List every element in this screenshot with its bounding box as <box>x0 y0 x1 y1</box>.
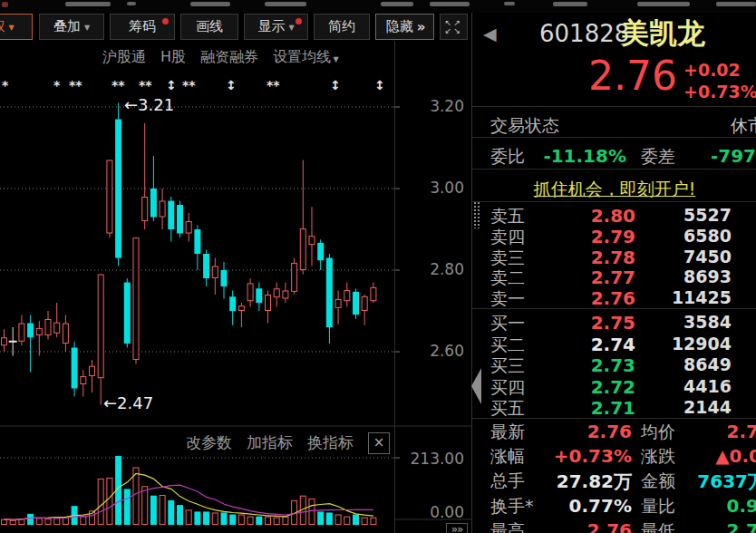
toolbar-button-6[interactable]: 隐藏» <box>375 14 434 40</box>
toolbar-button-label: 画线 <box>196 18 223 35</box>
candle-up <box>54 323 60 333</box>
stat-label: 最高 <box>490 519 525 533</box>
order-price: 2.73 <box>554 354 635 376</box>
chevron-down-icon: ▼ <box>288 24 294 32</box>
candle-down <box>353 292 359 315</box>
candle-up <box>266 296 271 311</box>
candle-down <box>115 120 121 258</box>
toolbar-button-4[interactable]: 显示▼ <box>244 14 308 40</box>
stat-value: 2.7 <box>632 421 756 442</box>
order-level-label: 买四 <box>490 376 525 400</box>
stat-value: +0.73% <box>523 445 632 467</box>
stat-label: 总手 <box>490 470 525 493</box>
sell-order-row-3[interactable]: 卖三2.787450 <box>472 247 756 267</box>
indicator-pane-button-1[interactable]: 加指标 <box>247 432 293 452</box>
open-account-ad-link[interactable]: 抓住机会，即刻开户! <box>472 178 756 201</box>
toolbar-button-label: 权 <box>0 18 5 35</box>
expand-button[interactable]: ↖↗↙↘ <box>440 14 468 40</box>
volume-bar <box>283 517 288 524</box>
buy-order-row-5[interactable]: 买五2.712144 <box>472 397 756 419</box>
stock-code: 601828 <box>539 20 629 47</box>
divider <box>472 106 756 107</box>
stat-label: 最新 <box>490 421 525 444</box>
sell-order-row-1[interactable]: 卖五2.805527 <box>472 205 756 226</box>
order-volume: 4416 <box>645 376 732 396</box>
candle-up <box>238 306 244 311</box>
toolbar-button-5[interactable]: 简约 <box>314 14 370 40</box>
panel-collapse-arrow-icon[interactable] <box>471 368 481 404</box>
order-price: 2.78 <box>554 247 635 268</box>
more-panes-icon[interactable]: »» <box>446 523 468 533</box>
candle-up <box>107 160 112 233</box>
volume-bar <box>317 511 324 525</box>
quote-panel: ◀ 601828 美凯龙 2.76 +0.02 +0.73% 交易状态 休市 委… <box>471 13 756 533</box>
clipped-menu-text-fragment <box>127 2 136 5</box>
order-price: 2.71 <box>554 397 635 419</box>
buy-order-row-3[interactable]: 买三2.738649 <box>472 354 756 376</box>
candle-up <box>63 324 68 344</box>
stat-value: 7637万 <box>639 470 756 494</box>
candle-up <box>160 201 165 217</box>
clipped-menu-text-fragment <box>430 2 470 6</box>
event-marker-icon: * <box>53 78 61 92</box>
buy-order-row-1[interactable]: 买一2.753584 <box>472 312 756 334</box>
candle-up <box>292 263 297 291</box>
toolbar-button-3[interactable]: 画线 <box>180 14 238 40</box>
stats-row-0: 最新2.76均价2.7 <box>472 421 756 445</box>
order-price: 2.77 <box>554 266 635 288</box>
volume-bar <box>98 479 103 524</box>
volume-bar <box>247 517 253 524</box>
stat-value: 2.76 <box>523 519 632 533</box>
volume-bar <box>27 514 34 525</box>
buy-order-row-4[interactable]: 买四2.724416 <box>472 376 756 398</box>
order-price: 2.72 <box>554 376 635 398</box>
sell-order-row-4[interactable]: 卖二2.778693 <box>472 266 756 287</box>
stats-row-1: 涨幅+0.73%涨跌▲0.0 <box>472 445 756 470</box>
order-price: 2.74 <box>554 334 635 355</box>
candle-down <box>194 229 200 254</box>
last-price: 2.76 <box>545 53 677 99</box>
sell-order-row-2[interactable]: 卖四2.796580 <box>472 226 756 247</box>
weibi-value: -11.18% <box>527 145 626 167</box>
toolbar-button-label: 简约 <box>328 18 355 35</box>
stat-value: ▲0.0 <box>635 445 756 467</box>
toolbar-button-2[interactable]: 筹码 <box>110 14 175 40</box>
stat-value: 2.7 <box>632 519 756 533</box>
divider <box>472 418 756 419</box>
candle-up <box>362 296 367 310</box>
candle-down <box>221 270 228 286</box>
order-volume: 6580 <box>645 226 732 246</box>
toolbar-button-label: 隐藏 <box>386 18 413 35</box>
volume-bar <box>266 517 271 524</box>
buy-order-row-2[interactable]: 买二2.7412904 <box>472 334 756 355</box>
order-volume: 7450 <box>645 247 732 266</box>
candle-up <box>300 229 305 270</box>
volume-bar <box>186 510 191 525</box>
event-marker-icon: ** <box>267 78 280 92</box>
indicator-pane-button-0[interactable]: 改参数 <box>186 432 232 452</box>
candle-down <box>177 205 183 234</box>
back-arrow-icon[interactable]: ◀ <box>483 24 497 44</box>
toolbar-button-label: 筹码 <box>129 18 156 35</box>
event-marker-icon: ** <box>69 78 82 92</box>
kline-chart[interactable]: ********↕**↕**↕↕←3.21←2.47 <box>0 41 471 533</box>
candle-down <box>229 296 236 311</box>
volume-bar <box>371 518 376 524</box>
event-marker-icon: * <box>2 78 9 92</box>
candle-up <box>274 289 279 297</box>
volume-bar <box>160 495 165 524</box>
event-marker-icon: ↕ <box>330 78 341 92</box>
stat-value: 0.9 <box>632 495 756 517</box>
volume-bar <box>335 515 341 524</box>
volume-bar <box>256 517 262 525</box>
indicator-pane-button-2[interactable]: 换指标 <box>307 432 354 452</box>
order-volume: 12904 <box>645 334 732 354</box>
toolbar-button-1[interactable]: 叠加▼ <box>39 14 104 40</box>
price-change: +0.02 <box>683 60 741 80</box>
adjust-rights-button[interactable]: 权▼ <box>0 14 33 40</box>
expand-icon: ↖↗↙↘ <box>445 19 463 35</box>
panel-resize-grip[interactable] <box>473 201 480 228</box>
volume-bar <box>142 487 148 525</box>
close-indicator-icon[interactable]: × <box>368 432 390 454</box>
sell-order-row-5[interactable]: 卖一2.7611425 <box>472 287 756 308</box>
